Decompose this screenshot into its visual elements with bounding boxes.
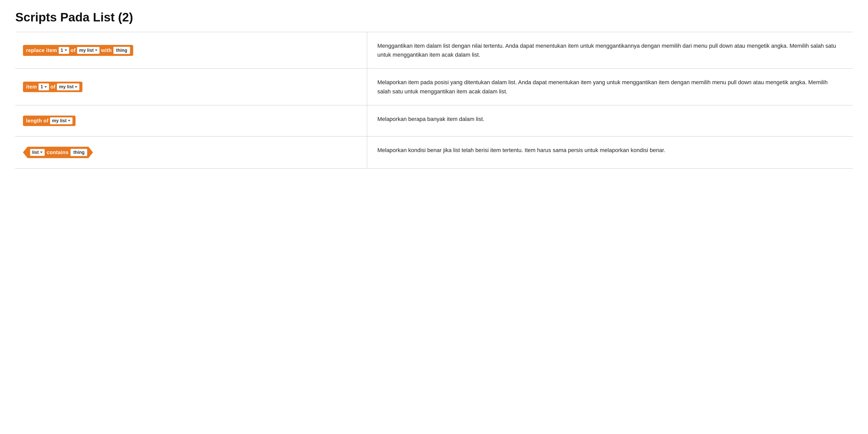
table-row: list contains thing Melaporkan kondisi b… bbox=[15, 136, 853, 168]
desc-text-length-of: Melaporkan berapa banyak item dalam list… bbox=[377, 116, 484, 122]
dropdown-arrow-icon bbox=[44, 86, 47, 88]
scratch-block-contains: list contains thing bbox=[23, 147, 93, 158]
block-label-contains: contains bbox=[47, 150, 68, 155]
scratch-block-replace-item: replace item 1 of my list with thing bbox=[23, 45, 133, 56]
block-dropdown-mylist-1[interactable]: my list bbox=[77, 47, 99, 54]
block-label-of-1: of bbox=[71, 48, 76, 53]
table-row: replace item 1 of my list with thing Men… bbox=[15, 32, 853, 69]
block-label-with: with bbox=[101, 48, 112, 53]
block-dropdown-mylist-2[interactable]: my list bbox=[57, 84, 79, 90]
table-row: item 1 of my list Melaporkan item pada p… bbox=[15, 69, 853, 105]
block-label-replace: replace item bbox=[26, 48, 57, 53]
block-value-thing-1[interactable]: thing bbox=[113, 47, 130, 54]
block-label-of-2: of bbox=[51, 84, 56, 90]
block-dropdown-mylist-3[interactable]: my list bbox=[50, 117, 72, 124]
block-cell-length-of: length of my list bbox=[15, 105, 367, 136]
desc-cell-item-of: Melaporkan item pada posisi yang ditentu… bbox=[367, 69, 853, 105]
scratch-block-item-of: item 1 of my list bbox=[23, 82, 83, 92]
dropdown-arrow-icon bbox=[75, 86, 77, 88]
table-row: length of my list Melaporkan berapa bany… bbox=[15, 105, 853, 136]
block-label-item: item bbox=[26, 84, 37, 90]
desc-text-replace-item: Menggantikan item dalam list dengan nila… bbox=[377, 42, 836, 58]
desc-cell-contains: Melaporkan kondisi benar jika list telah… bbox=[367, 136, 853, 168]
block-cell-contains: list contains thing bbox=[15, 136, 367, 168]
block-dropdown-list-hex[interactable]: list bbox=[30, 149, 45, 156]
desc-cell-replace-item: Menggantikan item dalam list dengan nila… bbox=[367, 32, 853, 69]
desc-text-item-of: Melaporkan item pada posisi yang ditentu… bbox=[377, 79, 828, 94]
dropdown-arrow-icon bbox=[65, 50, 67, 51]
desc-text-contains: Melaporkan kondisi benar jika list telah… bbox=[377, 147, 665, 153]
block-input-num-2[interactable]: 1 bbox=[38, 84, 49, 90]
block-input-num-1[interactable]: 1 bbox=[59, 47, 69, 54]
dropdown-arrow-icon bbox=[68, 120, 70, 121]
main-table: replace item 1 of my list with thing Men… bbox=[15, 32, 853, 169]
dropdown-arrow-icon bbox=[40, 152, 42, 153]
block-cell-item-of: item 1 of my list bbox=[15, 69, 367, 105]
block-value-thing-2[interactable]: thing bbox=[70, 149, 87, 156]
page-title: Scripts Pada List (2) bbox=[15, 10, 853, 24]
scratch-block-length-of: length of my list bbox=[23, 116, 75, 126]
desc-cell-length-of: Melaporkan berapa banyak item dalam list… bbox=[367, 105, 853, 136]
dropdown-arrow-icon bbox=[95, 50, 97, 51]
block-label-length: length of bbox=[26, 118, 49, 124]
block-cell-replace-item: replace item 1 of my list with thing bbox=[15, 32, 367, 69]
